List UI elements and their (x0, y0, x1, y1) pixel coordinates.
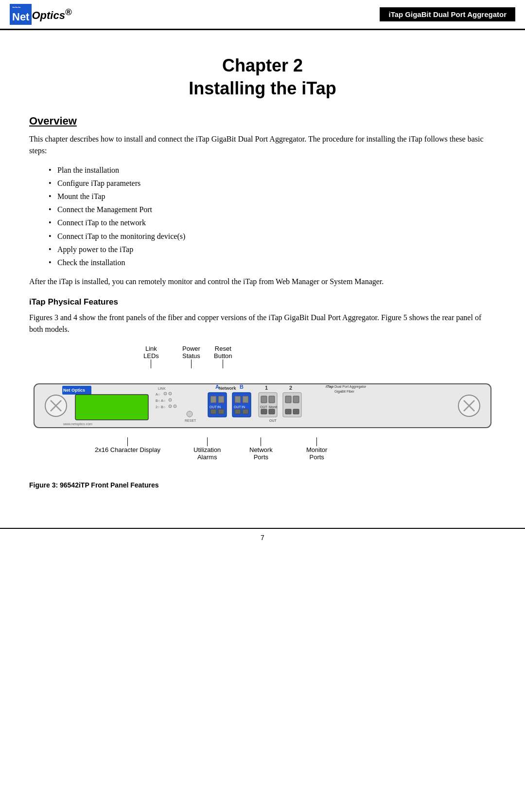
label-link-leds: Link LEDs (143, 345, 159, 368)
svg-text:www.netoptics.com: www.netoptics.com (63, 422, 92, 426)
svg-text:GigaBit Fiber: GigaBit Fiber (334, 390, 355, 394)
svg-text:IN: IN (242, 405, 245, 409)
svg-rect-33 (243, 396, 248, 403)
svg-rect-52 (293, 409, 299, 414)
logo-optics: Optics® (32, 7, 71, 22)
svg-text:1: 1 (265, 385, 268, 391)
after-text: After the iTap is installed, you can rem… (29, 276, 496, 288)
svg-text:B○: B○ (161, 405, 165, 409)
label-reset-button: Reset Button (214, 345, 232, 368)
logo-reg: ® (65, 7, 72, 17)
list-item: Mount the iTap (49, 190, 496, 203)
label-line (151, 360, 151, 368)
svg-rect-49 (285, 396, 291, 403)
page-header: ~~~ Net Optics® iTap GigaBit Dual Port A… (0, 0, 525, 30)
logo-net-text: Net (12, 11, 29, 23)
svg-point-14 (169, 398, 172, 401)
svg-text:IN: IN (217, 405, 221, 409)
label-network-ports: Network Ports (249, 437, 273, 461)
svg-rect-6 (75, 395, 148, 420)
logo: ~~~ Net Optics® (10, 4, 71, 25)
svg-text:OUT: OUT (234, 405, 242, 409)
svg-text:Dual Port Aggregator: Dual Port Aggregator (334, 385, 367, 389)
svg-rect-44 (261, 409, 267, 414)
list-item: Plan the installation (49, 163, 496, 177)
list-item: Connect the Management Port (49, 203, 496, 216)
svg-text:LINK: LINK (158, 387, 166, 390)
svg-rect-25 (218, 396, 224, 403)
svg-rect-37 (243, 409, 248, 414)
svg-text:2○: 2○ (156, 405, 159, 409)
header-title: iTap GigaBit Dual Port Aggregator (380, 7, 515, 21)
svg-text:iTap: iTap (326, 384, 333, 389)
svg-point-18 (174, 405, 176, 408)
physical-features-heading: iTap Physical Features (29, 297, 496, 307)
svg-rect-40 (261, 396, 267, 403)
svg-text:RESET: RESET (185, 419, 196, 422)
svg-rect-45 (269, 409, 275, 414)
steps-list: Plan the installation Configure iTap par… (49, 163, 496, 270)
svg-text:Net Optics: Net Optics (63, 388, 85, 393)
svg-text:OUT: OUT (269, 419, 277, 422)
list-item: Configure iTap parameters (49, 177, 496, 190)
svg-text:A○: A○ (161, 399, 165, 402)
svg-text:2: 2 (289, 385, 292, 391)
logo-net: ~~~ Net (10, 4, 32, 25)
list-item: Apply power to the iTap (49, 243, 496, 256)
svg-rect-41 (269, 396, 275, 403)
diagram-bottom-labels: 2x16 Character Display Utilization Alarm… (29, 437, 496, 476)
svg-point-17 (169, 405, 172, 408)
label-power-status: Power Status (182, 345, 200, 368)
svg-rect-24 (210, 396, 216, 403)
figure-caption: Figure 3: 96542iTP Front Panel Features (29, 481, 496, 489)
diagram-container: Link LEDs Power Status Reset Button (29, 345, 496, 489)
svg-rect-50 (293, 396, 299, 403)
label-display: 2x16 Character Display (95, 437, 160, 453)
physical-features-intro: Figures 3 and 4 show the front panels of… (29, 312, 496, 335)
svg-text:B○: B○ (156, 399, 160, 402)
chapter-title: Chapter 2 Installing the iTap (29, 54, 496, 100)
overview-intro: This chapter describes how to install an… (29, 133, 496, 157)
list-item: Connect iTap to the monitoring device(s) (49, 230, 496, 243)
page-footer: 7 (0, 528, 525, 546)
page-number: 7 (261, 534, 264, 541)
svg-rect-36 (235, 409, 241, 414)
svg-text:A○: A○ (156, 393, 160, 396)
svg-text:OUT: OUT (210, 405, 217, 409)
svg-text:A: A (215, 384, 219, 390)
svg-point-19 (187, 411, 192, 417)
svg-rect-28 (210, 409, 216, 414)
label-monitor-ports: Monitor Ports (306, 437, 327, 461)
device-panel-svg: Net Optics www.netoptics.com LINK A○ B○ … (29, 379, 496, 437)
overview-heading: Overview (29, 115, 496, 127)
main-content: Chapter 2 Installing the iTap Overview T… (0, 30, 525, 518)
list-item: Connect iTap to the network (49, 216, 496, 229)
label-utilization: Utilization Alarms (193, 437, 221, 461)
svg-rect-51 (285, 409, 291, 414)
svg-point-10 (164, 392, 167, 395)
list-item: Check the installation (49, 256, 496, 269)
label-line (191, 360, 192, 368)
svg-text:Network: Network (219, 386, 237, 391)
svg-text:Monit: Monit (269, 405, 277, 409)
svg-text:B: B (240, 384, 244, 390)
logo-squiggle: ~~~ (12, 5, 29, 10)
svg-rect-32 (235, 396, 241, 403)
svg-point-11 (169, 392, 172, 395)
svg-rect-29 (218, 409, 224, 414)
svg-text:OUT: OUT (260, 405, 268, 409)
diagram-top-labels: Link LEDs Power Status Reset Button (29, 345, 496, 379)
label-line (223, 360, 223, 368)
